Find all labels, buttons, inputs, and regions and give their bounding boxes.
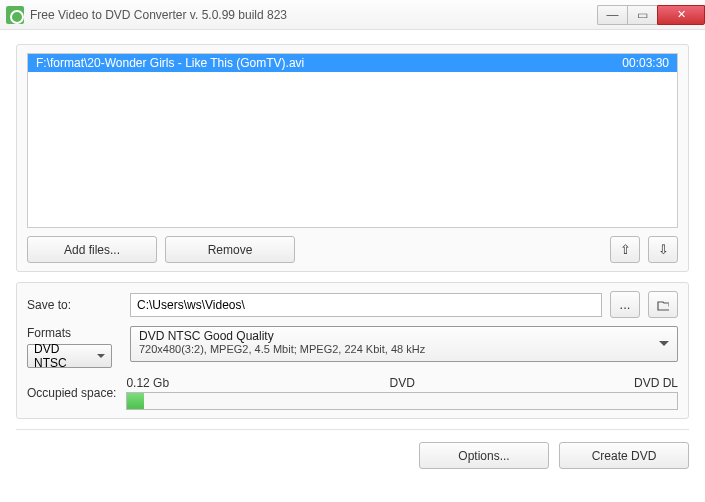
remove-button[interactable]: Remove [165, 236, 295, 263]
occupied-mid-label: DVD [390, 376, 415, 390]
occupied-value: 0.12 Gb [126, 376, 169, 390]
occupied-progress-area: 0.12 Gb DVD DVD DL [126, 376, 678, 410]
title-bar: Free Video to DVD Converter v. 5.0.99 bu… [0, 0, 705, 30]
bottom-button-row: Options... Create DVD [16, 438, 689, 481]
separator [16, 429, 689, 430]
save-to-row: Save to: ... [27, 291, 678, 318]
format-select-value: DVD NTSC [34, 342, 93, 370]
save-path-input[interactable] [130, 293, 602, 317]
open-folder-icon [657, 299, 669, 311]
app-icon [6, 6, 24, 24]
window-controls: — ▭ ✕ [597, 5, 705, 25]
browse-button[interactable]: ... [610, 291, 640, 318]
move-up-button[interactable]: ⇧ [610, 236, 640, 263]
file-panel: F:\format\20-Wonder Girls - Like This (G… [16, 44, 689, 272]
move-down-button[interactable]: ⇩ [648, 236, 678, 263]
file-list-item[interactable]: F:\format\20-Wonder Girls - Like This (G… [28, 54, 677, 72]
maximize-button[interactable]: ▭ [627, 5, 657, 25]
settings-panel: Save to: ... Formats DVD NTSC DVD NTSC G… [16, 282, 689, 419]
open-folder-button[interactable] [648, 291, 678, 318]
create-dvd-button[interactable]: Create DVD [559, 442, 689, 469]
occupied-end-label: DVD DL [634, 376, 678, 390]
content-area: F:\format\20-Wonder Girls - Like This (G… [0, 30, 705, 502]
occupied-progress-bar [127, 393, 143, 409]
format-select[interactable]: DVD NTSC [27, 344, 112, 368]
occupied-progress [126, 392, 678, 410]
window-title: Free Video to DVD Converter v. 5.0.99 bu… [30, 8, 287, 22]
formats-col: Formats DVD NTSC [27, 326, 122, 368]
file-duration: 00:03:30 [622, 56, 669, 70]
occupied-label: Occupied space: [27, 386, 116, 400]
quality-title: DVD NTSC Good Quality [139, 329, 657, 343]
file-list[interactable]: F:\format\20-Wonder Girls - Like This (G… [27, 53, 678, 228]
options-button[interactable]: Options... [419, 442, 549, 469]
quality-select[interactable]: DVD NTSC Good Quality 720x480(3:2), MPEG… [130, 326, 678, 362]
minimize-button[interactable]: — [597, 5, 627, 25]
add-files-button[interactable]: Add files... [27, 236, 157, 263]
save-to-label: Save to: [27, 298, 122, 312]
formats-label: Formats [27, 326, 122, 340]
file-path: F:\format\20-Wonder Girls - Like This (G… [36, 56, 304, 70]
occupied-row: Occupied space: 0.12 Gb DVD DVD DL [27, 376, 678, 410]
quality-detail: 720x480(3:2), MPEG2, 4.5 Mbit; MPEG2, 22… [139, 343, 657, 355]
file-buttons-row: Add files... Remove ⇧ ⇩ [27, 236, 678, 263]
formats-row: Formats DVD NTSC DVD NTSC Good Quality 7… [27, 326, 678, 368]
close-button[interactable]: ✕ [657, 5, 705, 25]
